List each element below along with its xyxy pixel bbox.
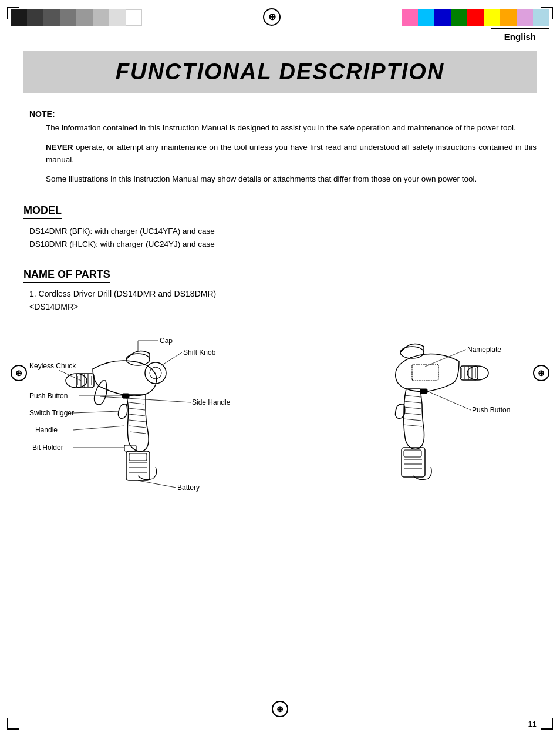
swatch-orange xyxy=(500,9,517,26)
model-line-2: DS18DMR (HLCK): with charger (UC24YJ) an… xyxy=(29,238,537,251)
note-paragraph-3: Some illustrations in this Instruction M… xyxy=(46,173,537,186)
corner-mark-tl xyxy=(7,7,19,19)
svg-text:Bit Holder: Bit Holder xyxy=(32,443,63,452)
swatch-pink xyxy=(402,9,418,26)
page-number: 11 xyxy=(0,720,560,728)
main-content: FUNCTIONAL DESCRIPTION NOTE: The informa… xyxy=(0,51,560,543)
swatch-yellow xyxy=(484,9,500,26)
svg-text:Battery: Battery xyxy=(177,483,200,492)
svg-text:Push Button: Push Button xyxy=(472,406,510,414)
parts-subtitle-2: <DS14DMR> xyxy=(29,302,537,311)
crosshair-circle-top: ⊕ xyxy=(263,8,281,26)
swatch-green xyxy=(451,9,467,26)
svg-line-34 xyxy=(73,411,119,413)
right-crosshair-circle: ⊕ xyxy=(533,365,549,381)
center-crosshair-top: ⊕ xyxy=(263,8,281,26)
swatch-blue xyxy=(434,9,451,26)
svg-text:Side Handle: Side Handle xyxy=(192,398,231,406)
svg-text:Push Button: Push Button xyxy=(29,392,68,400)
svg-line-26 xyxy=(59,370,81,381)
swatch-plum xyxy=(517,9,533,26)
svg-rect-18 xyxy=(129,453,147,461)
note-paragraph-2-rest: operate, or attempt any maintenance on t… xyxy=(46,143,537,164)
svg-line-36 xyxy=(73,426,124,430)
model-heading: MODEL xyxy=(23,204,62,219)
svg-line-63 xyxy=(425,350,466,367)
drill-left-svg: Cap Keyless Chuck Shift Knob Push Button… xyxy=(29,317,276,505)
page-title: FUNCTIONAL DESCRIPTION xyxy=(29,59,531,85)
left-side-crosshair: ⊕ xyxy=(11,365,27,381)
svg-line-11 xyxy=(129,408,145,410)
swatch-red xyxy=(467,9,484,26)
swatch-white xyxy=(126,9,142,26)
svg-rect-59 xyxy=(404,450,421,457)
svg-line-51 xyxy=(404,395,421,397)
svg-line-12 xyxy=(129,414,145,416)
svg-line-54 xyxy=(404,413,421,415)
parts-subtitle-1: 1. Cordless Driver Drill (DS14DMR and DS… xyxy=(29,289,537,298)
english-badge: English xyxy=(491,28,549,45)
svg-line-13 xyxy=(129,420,146,422)
drill-diagram-area: Cap Keyless Chuck Shift Knob Push Button… xyxy=(23,317,537,507)
note-paragraph-1: The information contained in this Instru… xyxy=(46,122,537,135)
crosshair-plus-top: ⊕ xyxy=(268,12,276,22)
model-line-1: DS14DMR (BFK): with charger (UC14YFA) an… xyxy=(29,225,537,238)
header-row: ⊕ English xyxy=(0,0,560,45)
crosshair-plus-bottom: ⊕ xyxy=(276,704,284,714)
bottom-area: ⊕ 11 xyxy=(0,701,560,728)
swatch-very-light-gray xyxy=(109,9,126,26)
svg-text:Shift Knob: Shift Knob xyxy=(183,348,216,357)
parts-heading: NAME OF PARTS xyxy=(23,268,110,283)
svg-text:Nameplate: Nameplate xyxy=(467,345,501,354)
svg-text:Handle: Handle xyxy=(35,426,58,434)
svg-line-52 xyxy=(404,401,421,403)
svg-line-40 xyxy=(138,480,176,488)
svg-text:Switch Trigger: Switch Trigger xyxy=(29,409,74,417)
svg-line-55 xyxy=(403,419,421,421)
swatch-cyan xyxy=(418,9,434,26)
svg-line-10 xyxy=(129,402,144,404)
right-crosshair-plus: ⊕ xyxy=(538,368,545,378)
svg-line-56 xyxy=(403,425,422,426)
left-crosshair-plus: ⊕ xyxy=(15,368,22,378)
right-header-col: English xyxy=(402,5,549,45)
swatch-light-gray xyxy=(76,9,93,26)
svg-line-14 xyxy=(129,426,146,428)
swatch-lighter-gray xyxy=(93,9,109,26)
svg-text:Keyless Chuck: Keyless Chuck xyxy=(29,362,76,370)
left-crosshair-circle: ⊕ xyxy=(11,365,27,381)
never-bold: NEVER xyxy=(46,143,73,152)
left-color-strip xyxy=(11,5,142,26)
note-paragraph-2: NEVER operate, or attempt any maintenanc… xyxy=(46,142,537,166)
svg-line-53 xyxy=(404,407,421,409)
drill-left: Cap Keyless Chuck Shift Knob Push Button… xyxy=(29,317,282,507)
model-section: MODEL DS14DMR (BFK): with charger (UC14Y… xyxy=(23,200,537,251)
swatch-dark-gray xyxy=(43,9,60,26)
svg-line-65 xyxy=(427,391,471,410)
svg-point-8 xyxy=(145,362,166,384)
crosshair-circle-bottom: ⊕ xyxy=(272,701,288,717)
svg-text:Cap: Cap xyxy=(160,337,173,345)
corner-mark-tr xyxy=(541,7,553,19)
drill-right-svg: Nameplate Push Button xyxy=(325,317,519,493)
note-label: NOTE: xyxy=(29,109,537,119)
svg-rect-16 xyxy=(122,394,129,398)
parts-section: NAME OF PARTS 1. Cordless Driver Drill (… xyxy=(23,264,537,507)
swatch-black2 xyxy=(27,9,43,26)
svg-rect-57 xyxy=(420,389,427,394)
svg-line-15 xyxy=(130,432,146,434)
title-block: FUNCTIONAL DESCRIPTION xyxy=(23,51,537,93)
swatch-gray xyxy=(60,9,76,26)
svg-line-28 xyxy=(161,352,182,365)
note-section: NOTE: The information contained in this … xyxy=(23,109,537,186)
bottom-crosshair: ⊕ xyxy=(0,701,560,717)
svg-point-9 xyxy=(150,367,161,379)
drill-right: Nameplate Push Button xyxy=(325,317,531,495)
right-side-crosshair: ⊕ xyxy=(533,365,549,381)
